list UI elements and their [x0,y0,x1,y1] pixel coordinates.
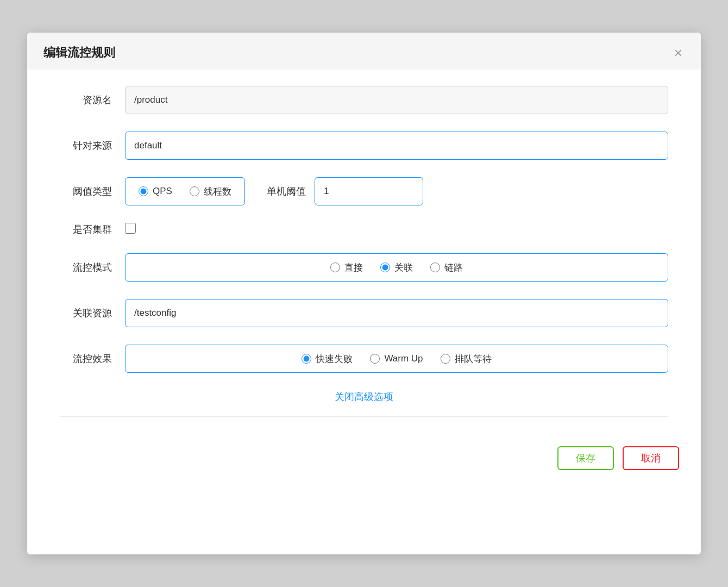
single-threshold-input[interactable] [315,177,423,205]
cancel-button[interactable]: 取消 [623,446,679,470]
source-field [125,132,668,160]
source-row: 针对来源 [60,132,668,160]
dialog-footer: 保存 取消 [27,441,701,486]
direct-radio[interactable] [330,263,340,272]
flow-mode-field: 直接 关联 链路 [125,253,668,282]
qps-radio-label[interactable]: QPS [139,186,172,197]
threshold-type-radio-group: QPS 线程数 [125,177,245,205]
thread-count-radio[interactable] [190,186,199,196]
chain-radio[interactable] [430,263,440,272]
thread-count-label: 线程数 [204,185,231,198]
related-resource-row: 关联资源 [60,299,668,327]
flow-effect-row: 流控效果 快速失败 Warm Up 排队等待 [60,345,668,373]
flow-effect-label: 流控效果 [60,352,125,365]
flow-effect-field: 快速失败 Warm Up 排队等待 [125,345,668,373]
source-input[interactable] [125,132,668,160]
flow-mode-label: 流控模式 [60,261,125,274]
qps-label: QPS [153,186,172,197]
fast-fail-label: 快速失败 [316,353,353,365]
flow-mode-radio-group: 直接 关联 链路 [125,253,668,282]
flow-effect-radio-group: 快速失败 Warm Up 排队等待 [125,345,668,373]
warm-up-radio[interactable] [370,354,380,364]
resource-name-input[interactable] [125,86,668,114]
associated-label: 关联 [394,261,413,274]
associated-radio[interactable] [380,263,390,272]
edit-flow-rule-dialog: 编辑流控规则 × 资源名 针对来源 阈值类型 QPS [27,33,701,554]
threshold-type-field: QPS 线程数 单机阈值 [125,177,668,205]
queue-radio-label[interactable]: 排队等待 [441,353,492,365]
chain-label: 链路 [444,261,463,274]
flow-mode-row: 流控模式 直接 关联 链路 [60,253,668,282]
related-resource-label: 关联资源 [60,307,125,320]
cluster-checkbox[interactable] [125,223,136,234]
qps-radio[interactable] [139,186,148,196]
resource-name-field [125,86,668,114]
dialog-header: 编辑流控规则 × [27,33,701,70]
related-resource-input[interactable] [125,299,668,327]
source-label: 针对来源 [60,139,125,152]
close-button[interactable]: × [672,46,685,60]
thread-count-radio-label[interactable]: 线程数 [190,185,231,198]
direct-radio-label[interactable]: 直接 [330,261,363,274]
threshold-type-label: 阈值类型 [60,185,125,198]
related-resource-field [125,299,668,327]
cluster-field [125,223,668,236]
fast-fail-radio[interactable] [302,354,311,364]
single-threshold-label: 单机阈值 [267,185,306,198]
resource-name-row: 资源名 [60,86,668,114]
dialog-title: 编辑流控规则 [43,45,115,61]
advanced-toggle[interactable]: 关闭高级选项 [60,390,668,403]
cluster-row: 是否集群 [60,223,668,236]
queue-label: 排队等待 [455,353,492,365]
save-button[interactable]: 保存 [557,446,614,470]
queue-radio[interactable] [441,354,450,364]
direct-label: 直接 [344,261,363,274]
dialog-body: 资源名 针对来源 阈值类型 QPS [27,70,701,441]
chain-radio-label[interactable]: 链路 [430,261,463,274]
footer-divider [60,416,668,417]
cluster-label: 是否集群 [60,223,125,236]
resource-name-label: 资源名 [60,93,125,107]
threshold-type-row: 阈值类型 QPS 线程数 单机阈值 [60,177,668,205]
fast-fail-radio-label[interactable]: 快速失败 [302,353,353,365]
associated-radio-label[interactable]: 关联 [380,261,413,274]
warm-up-label: Warm Up [384,353,423,364]
warm-up-radio-label[interactable]: Warm Up [370,353,423,364]
